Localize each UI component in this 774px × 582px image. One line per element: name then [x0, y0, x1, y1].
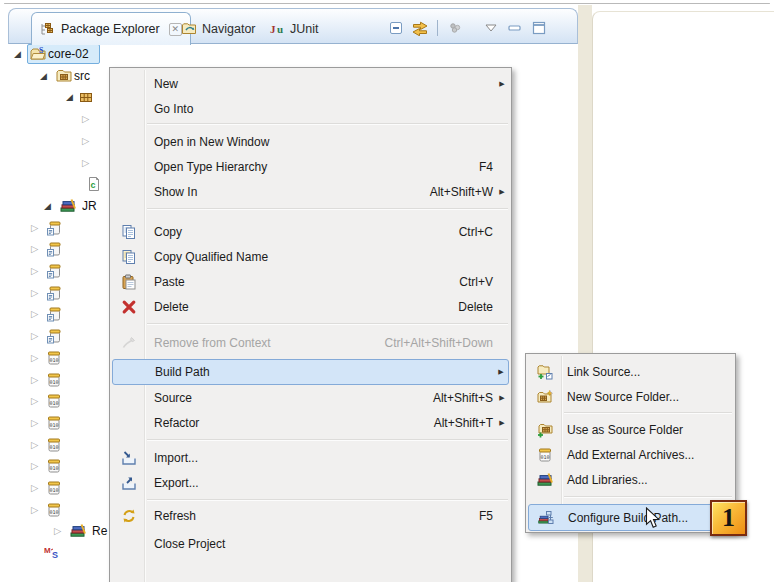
twisty-expanded-icon[interactable]: ◢	[66, 90, 73, 104]
twisty-expanded-icon[interactable]: ◢	[44, 199, 51, 213]
twisty-collapsed-icon[interactable]: ▷	[82, 156, 89, 170]
menu-item-copy[interactable]: CopyCtrl+C	[112, 219, 509, 244]
menu-item-open-type-hierarchy[interactable]: Open Type HierarchyF4	[112, 154, 509, 179]
toolbar-separator	[437, 20, 438, 36]
tab-junit[interactable]: JuJUnit	[269, 17, 318, 41]
menu-item-paste[interactable]: PasteCtrl+V	[112, 269, 509, 294]
svg-text:M: M	[44, 546, 51, 555]
menu-item-source[interactable]: SourceAlt+Shift+S▶	[112, 385, 509, 410]
svg-text:010: 010	[49, 509, 58, 515]
jar-doc-icon	[46, 306, 62, 322]
jar-bin-icon: 010	[46, 393, 62, 409]
library-icon	[60, 198, 76, 214]
menu-item-open-in-new-window[interactable]: Open in New Window	[112, 129, 509, 154]
twisty-collapsed-icon[interactable]: ▷	[31, 481, 38, 495]
copy-qualified-icon	[112, 249, 145, 265]
submenu-item-new-source-folder[interactable]: ✦New Source Folder...	[528, 384, 733, 409]
twisty-collapsed-icon[interactable]: ▷	[31, 416, 38, 430]
menu-item-delete[interactable]: DeleteDelete	[112, 294, 509, 319]
menu-item-import[interactable]: Import...	[112, 445, 509, 470]
submenu-arrow-icon: ▶	[495, 188, 509, 196]
submenu-item-link-source[interactable]: Link Source...	[528, 359, 733, 384]
submenu-item-add-libraries[interactable]: Add Libraries...	[528, 467, 733, 492]
svg-text:010: 010	[540, 453, 549, 459]
twisty-expanded-icon[interactable]: ◢	[14, 47, 21, 61]
menu-item-shortcut: Ctrl+Alt+Shift+Down	[385, 336, 495, 350]
svg-text:010: 010	[49, 400, 58, 406]
annotation-badge-1: 1	[710, 500, 747, 536]
remove-context-icon	[112, 335, 145, 351]
twisty-collapsed-icon[interactable]: ▷	[31, 503, 38, 517]
menu-item-new[interactable]: New▶	[112, 71, 509, 96]
menu-item-export[interactable]: Export...	[112, 470, 509, 495]
twisty-collapsed-icon[interactable]: ▷	[31, 438, 38, 452]
jar-doc-icon	[46, 328, 62, 344]
twisty-collapsed-icon[interactable]: ▷	[31, 351, 38, 365]
maven-icon: MS	[44, 545, 60, 561]
twisty-collapsed-icon[interactable]: ▷	[31, 242, 38, 256]
menu-item-label: Open Type Hierarchy	[145, 160, 479, 174]
tree-row-core-02[interactable]: ◢Score-02	[0, 44, 774, 65]
jar-bin-icon: 010	[46, 480, 62, 496]
jar-bin-icon: 010	[46, 350, 62, 366]
menu-item-label: Delete	[145, 300, 458, 314]
add-libraries-icon	[528, 472, 561, 488]
use-as-source-folder-icon	[528, 422, 561, 438]
svg-text:✦: ✦	[546, 389, 553, 398]
twisty-collapsed-icon[interactable]: ▷	[54, 524, 61, 538]
twisty-collapsed-icon[interactable]: ▷	[31, 221, 38, 235]
menu-item-refactor[interactable]: RefactorAlt+Shift+T▶	[112, 410, 509, 435]
new-source-folder-icon: ✦	[528, 389, 561, 405]
working-sets-button[interactable]	[446, 19, 464, 37]
menu-item-close-project[interactable]: Close Project	[112, 531, 509, 556]
twisty-expanded-icon[interactable]: ◢	[40, 69, 47, 83]
submenu-item-use-as-source-folder[interactable]: Use as Source Folder	[528, 417, 733, 442]
view-menu-button[interactable]	[482, 19, 500, 37]
menu-item-show-in[interactable]: Show InAlt+Shift+W▶	[112, 179, 509, 204]
menu-item-label: New Source Folder...	[561, 390, 719, 404]
working-sets-icon	[447, 20, 463, 36]
tab-label: JUnit	[290, 22, 318, 36]
menu-item-label: Remove from Context	[145, 336, 385, 350]
package-explorer-icon	[40, 21, 56, 37]
close-icon[interactable]: ✕	[169, 23, 182, 36]
twisty-collapsed-icon[interactable]: ▷	[31, 329, 38, 343]
tree-row-label: JR	[82, 199, 97, 213]
twisty-collapsed-icon[interactable]: ▷	[82, 134, 89, 148]
menu-item-copy-qualified-name[interactable]: Copy Qualified Name	[112, 244, 509, 269]
menu-item-label: New	[145, 77, 495, 91]
menu-item-refresh[interactable]: RefreshF5	[112, 503, 509, 528]
menu-item-label: Add External Archives...	[561, 448, 719, 462]
collapse-all-button[interactable]	[387, 19, 405, 37]
delete-icon	[112, 299, 145, 315]
menu-item-shortcut: Alt+Shift+W	[430, 185, 495, 199]
tab-navigator[interactable]: Navigator	[181, 17, 256, 41]
svg-text:010: 010	[49, 444, 58, 450]
twisty-collapsed-icon[interactable]: ▷	[31, 373, 38, 387]
menu-item-shortcut: Ctrl+V	[459, 275, 495, 289]
jar-bin-icon: 010	[46, 502, 62, 518]
menu-item-go-into[interactable]: Go Into	[112, 96, 509, 121]
twisty-collapsed-icon[interactable]: ▷	[31, 264, 38, 278]
minimize-button[interactable]	[506, 19, 524, 37]
tab-package-explorer[interactable]: Package Explorer✕	[31, 12, 191, 45]
submenu-arrow-icon: ▶	[495, 394, 509, 402]
submenu-item-add-external-archives[interactable]: 010Add External Archives...	[528, 442, 733, 467]
twisty-collapsed-icon[interactable]: ▷	[31, 307, 38, 321]
twisty-collapsed-icon[interactable]: ▷	[31, 286, 38, 300]
collapse-all-icon	[388, 20, 404, 36]
twisty-collapsed-icon[interactable]: ▷	[82, 112, 89, 126]
menu-item-build-path[interactable]: Build Path▶	[112, 359, 509, 385]
jar-doc-icon	[46, 285, 62, 301]
copy-icon	[112, 224, 145, 240]
link-with-editor-button[interactable]	[411, 19, 429, 37]
menu-item-label: Configure Build Path...	[562, 511, 718, 525]
menu-item-label: Link Source...	[561, 365, 719, 379]
twisty-collapsed-icon[interactable]: ▷	[31, 459, 38, 473]
maximize-button[interactable]	[530, 19, 548, 37]
svg-text:010: 010	[49, 487, 58, 493]
twisty-collapsed-icon[interactable]: ▷	[31, 394, 38, 408]
menu-item-remove-from-context[interactable]: Remove from ContextCtrl+Alt+Shift+Down	[112, 330, 509, 355]
submenu-item-configure-build-path[interactable]: Configure Build Path...	[528, 504, 733, 531]
menu-separator	[147, 323, 508, 324]
